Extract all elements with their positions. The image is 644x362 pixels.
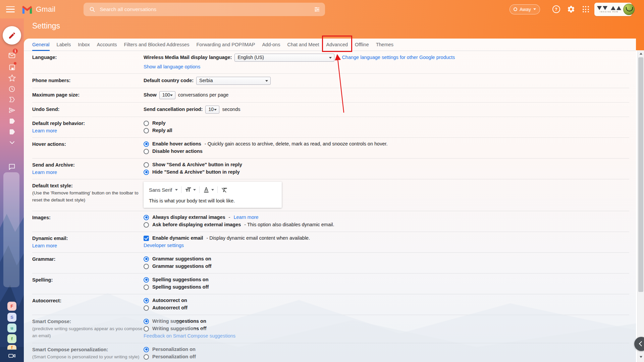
font-size-button[interactable]: [185, 186, 196, 193]
change-language-link[interactable]: Change language settings for other Googl…: [342, 54, 455, 61]
tab-advanced[interactable]: Advanced: [326, 42, 348, 51]
row-label: Maximum page size:: [32, 92, 144, 99]
text-color-button[interactable]: [203, 186, 214, 193]
starred-icon[interactable]: [0, 74, 24, 82]
scroll-up-arrow[interactable]: [638, 51, 644, 57]
row-sublabel: (Smart Compose is personalized to your w…: [32, 353, 143, 360]
contact-avatar[interactable]: f: [7, 334, 16, 343]
snoozed-icon[interactable]: [0, 84, 24, 93]
radio-reply[interactable]: [144, 121, 149, 126]
sent-icon[interactable]: [0, 106, 24, 115]
apps-grid-icon: [583, 6, 589, 12]
inbox-icon[interactable]: 1: [0, 51, 24, 60]
chat-icon[interactable]: [0, 162, 24, 171]
tab-add-ons[interactable]: Add-ons: [262, 42, 280, 51]
tab-chat-and-meet[interactable]: Chat and Meet: [287, 42, 319, 51]
settings-tabs: General Labels Inbox Accounts Filters an…: [24, 39, 636, 51]
contact-avatar[interactable]: u: [7, 323, 16, 333]
tabs-icon[interactable]: [0, 63, 24, 72]
body-text-preview: This is what your body text will look li…: [149, 198, 276, 203]
tab-inbox[interactable]: Inbox: [78, 42, 90, 51]
country-code-label: Default country code:: [144, 76, 194, 85]
radio-ask-before-displaying-images[interactable]: [144, 222, 149, 228]
search-options-icon[interactable]: [314, 6, 320, 13]
page-scrollbar[interactable]: [637, 50, 644, 362]
country-code-select[interactable]: Serbia: [196, 77, 271, 85]
tab-labels[interactable]: Labels: [57, 42, 71, 51]
radio-writing-suggestions-off[interactable]: [144, 326, 149, 331]
row-label: Hover actions:: [32, 141, 144, 148]
radio-reply-all[interactable]: [144, 128, 149, 133]
tab-offline[interactable]: Offline: [355, 42, 369, 51]
radio-disable-hover-actions[interactable]: [144, 149, 149, 154]
tab-filters[interactable]: Filters and Blocked Addresses: [124, 42, 189, 51]
learn-more-link[interactable]: Learn more: [233, 214, 258, 221]
scrollbar-thumb[interactable]: [638, 57, 643, 292]
learn-more-link[interactable]: Learn more: [32, 169, 57, 176]
radio-grammar-on[interactable]: [144, 256, 149, 262]
settings-row-hover-actions: Hover actions: Enable hover actions - Qu…: [32, 138, 629, 159]
product-name: Gmail: [36, 5, 55, 14]
compose-button[interactable]: [3, 26, 21, 45]
contact-avatar[interactable]: F: [7, 302, 16, 311]
remove-formatting-button[interactable]: [221, 186, 228, 193]
radio-always-display-images[interactable]: [144, 215, 149, 220]
menu-icon[interactable]: [6, 6, 15, 13]
developer-settings-link[interactable]: Developer settings: [144, 242, 184, 249]
radio-spelling-on[interactable]: [144, 277, 149, 283]
meet-video-icon[interactable]: [0, 351, 24, 360]
settings-page: General Labels Inbox Accounts Filters an…: [24, 39, 636, 362]
browser-profile-card[interactable]: IMAGINE HOW: [594, 3, 632, 16]
label-icon[interactable]: [0, 117, 24, 125]
logo-triangles-icon: IMAGINE HOW: [597, 6, 621, 13]
label-icon[interactable]: [0, 127, 24, 136]
tab-forwarding[interactable]: Forwarding and POP/IMAP: [197, 42, 255, 51]
settings-row-reply-behavior: Default reply behavior: Learn more Reply…: [32, 117, 629, 138]
row-label: Grammar:: [32, 256, 144, 263]
help-button[interactable]: ?: [550, 3, 562, 15]
page-title: Settings: [32, 21, 60, 31]
settings-row-images: Images: Always display external images -…: [32, 211, 629, 232]
learn-more-link[interactable]: Learn more: [32, 242, 57, 249]
search-bar[interactable]: Search all conversations: [84, 3, 325, 16]
settings-row-autocorrect: Autocorrect: Autocorrect on Autocorrect …: [32, 294, 629, 315]
settings-row-grammar: Grammar: Grammar suggestions on Grammar …: [32, 253, 629, 274]
cancellation-period-select[interactable]: 10: [205, 106, 219, 114]
smart-compose-feedback-link[interactable]: Feedback on Smart Compose suggestions: [144, 333, 235, 340]
radio-enable-hover-actions[interactable]: [144, 141, 149, 147]
radio-personalization-off[interactable]: [144, 354, 149, 360]
show-all-language-options-link[interactable]: Show all language options: [144, 64, 200, 69]
display-language-label: Wireless Media Mail display language:: [144, 53, 232, 62]
contact-avatar[interactable]: f: [7, 345, 16, 350]
radio-spelling-off[interactable]: [144, 285, 149, 290]
font-family-dropdown[interactable]: Sans Serif: [149, 187, 178, 193]
text-style-toolbar: Sans Serif: [149, 185, 276, 194]
radio-grammar-off[interactable]: [144, 264, 149, 269]
apps-grid-button[interactable]: [580, 3, 592, 15]
gmail-logo[interactable]: [21, 5, 33, 14]
checkbox-enable-dynamic-email[interactable]: [144, 236, 149, 241]
tab-themes[interactable]: Themes: [376, 42, 393, 51]
tab-general[interactable]: General: [32, 42, 50, 51]
contact-avatar[interactable]: S: [7, 313, 16, 322]
settings-gear-button[interactable]: [565, 3, 577, 15]
avatar[interactable]: [623, 4, 635, 15]
text-style-panel: Sans Serif: [144, 182, 282, 208]
radio-hide-send-archive[interactable]: [144, 170, 149, 175]
row-label: Autocorrect:: [32, 297, 144, 304]
scroll-down-arrow[interactable]: [638, 354, 644, 360]
radio-autocorrect-on[interactable]: [144, 298, 149, 303]
radio-autocorrect-off[interactable]: [144, 305, 149, 311]
important-icon[interactable]: [0, 95, 24, 104]
radio-show-send-archive[interactable]: [144, 162, 149, 168]
radio-writing-suggestions-on[interactable]: [144, 319, 149, 324]
display-language-select[interactable]: English (US): [234, 54, 334, 62]
more-chevron-icon[interactable]: [0, 138, 24, 147]
radio-personalization-on[interactable]: [144, 347, 149, 352]
page-size-select[interactable]: 100: [159, 91, 175, 99]
status-selector[interactable]: Away: [509, 4, 540, 14]
learn-more-link[interactable]: Learn more: [32, 127, 57, 134]
help-icon: ?: [552, 5, 560, 13]
tab-accounts[interactable]: Accounts: [97, 42, 117, 51]
search-input[interactable]: Search all conversations: [100, 6, 314, 12]
